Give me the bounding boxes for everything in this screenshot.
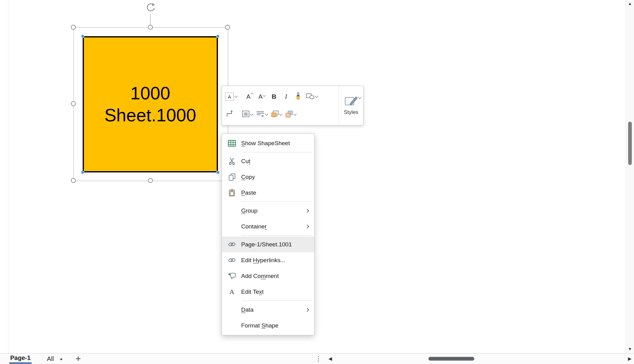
- menu-item-label: Edit Text: [241, 288, 264, 295]
- chevron-down-icon: [315, 94, 318, 98]
- italic-button[interactable]: I: [281, 89, 291, 104]
- fill-button[interactable]: [271, 107, 283, 122]
- shrink-font-icon: A: [258, 93, 265, 100]
- menu-separator: [242, 202, 312, 202]
- styles-button[interactable]: Styles: [339, 86, 363, 125]
- scroll-left-icon[interactable]: ◀: [328, 356, 332, 362]
- scroll-down-icon[interactable]: ▼: [626, 347, 634, 351]
- hyperlink-icon: [225, 242, 239, 247]
- hyperlink-icon: [225, 258, 239, 263]
- submenu-chevron-icon: [306, 209, 309, 213]
- horizontal-scrollbar[interactable]: [336, 357, 626, 361]
- menu-item-label: Paste: [241, 189, 256, 196]
- selection-handle-bottom-left[interactable]: [71, 178, 76, 183]
- menu-item-label: Show ShapeSheet: [241, 140, 290, 147]
- chevron-down-icon: [234, 94, 237, 98]
- menu-item-show-shapesheet[interactable]: Show ShapeSheet: [222, 135, 314, 151]
- vertical-scrollbar-thumb[interactable]: [628, 122, 632, 165]
- chevron-down-icon: [293, 112, 297, 115]
- paste-icon: [225, 189, 239, 197]
- chevron-down-icon: [265, 112, 268, 115]
- edit-text-icon: A: [225, 288, 239, 296]
- selection-handle-middle-left[interactable]: [71, 101, 76, 106]
- shape-text-line1: 1000: [130, 82, 170, 104]
- add-page-button[interactable]: +: [76, 354, 81, 363]
- scroll-right-icon[interactable]: ▶: [628, 356, 632, 362]
- format-toolbar-row-1: A A A B I: [224, 88, 338, 105]
- pages-filter-all[interactable]: All: [47, 355, 54, 362]
- paragraph-icon: [256, 111, 264, 118]
- selection-handle-bottom-middle[interactable]: [148, 178, 153, 183]
- menu-item-format-shape[interactable]: Format Shape: [222, 318, 314, 333]
- scroll-up-icon[interactable]: ▲: [626, 1, 634, 6]
- more-options-icon[interactable]: ⋮: [315, 355, 322, 362]
- paragraph-button[interactable]: [256, 107, 268, 122]
- chevron-down-icon: [279, 112, 282, 115]
- menu-item-label: Data: [241, 306, 254, 313]
- align-text-button[interactable]: [241, 107, 254, 122]
- context-menu: Show ShapeSheet Cut Copy: [222, 133, 315, 335]
- text-block-icon: A: [225, 93, 234, 101]
- submenu-chevron-icon: [306, 308, 309, 312]
- menu-item-label: Copy: [241, 174, 255, 180]
- grow-font-icon: A: [246, 93, 253, 100]
- arrange-button[interactable]: [285, 107, 297, 122]
- selection-handle-top-middle[interactable]: [148, 25, 153, 30]
- menu-item-label: Page-1/Sheet.1001: [241, 241, 292, 248]
- grow-font-button[interactable]: A: [245, 89, 255, 104]
- shape-corner-node: [81, 171, 84, 174]
- format-toolbar-row-2: [224, 106, 338, 123]
- connector-icon: [226, 110, 233, 119]
- menu-item-hyperlink-page1-sheet1001[interactable]: Page-1/Sheet.1001: [222, 236, 314, 252]
- page-tab-page1[interactable]: Page-1: [9, 354, 32, 364]
- horizontal-scrollbar-thumb[interactable]: [428, 357, 474, 361]
- submenu-chevron-icon: [306, 224, 309, 229]
- menu-item-group[interactable]: Group: [222, 203, 314, 219]
- menu-item-data[interactable]: Data: [222, 302, 314, 318]
- menu-item-edit-text[interactable]: A Edit Text: [222, 284, 314, 300]
- menu-item-label: Add Comment: [241, 273, 279, 280]
- menu-separator: [242, 235, 312, 236]
- shapesheet-icon: [225, 140, 239, 147]
- shrink-font-button[interactable]: A: [257, 89, 267, 104]
- format-painter-button[interactable]: [293, 89, 303, 104]
- rotation-handle-stem: [150, 14, 151, 25]
- page-list-caret-icon[interactable]: ▲: [59, 357, 63, 361]
- align-text-icon: [242, 110, 250, 118]
- fill-icon: [271, 110, 279, 119]
- shape-corner-node: [81, 35, 84, 38]
- selected-shape[interactable]: 1000 Sheet.1000: [83, 36, 218, 172]
- arrange-icon: [285, 110, 293, 119]
- menu-item-paste[interactable]: Paste: [222, 185, 314, 201]
- menu-item-label: Format Shape: [241, 322, 278, 329]
- menu-item-add-comment[interactable]: Add Comment: [222, 268, 314, 284]
- italic-icon: I: [285, 93, 287, 101]
- menu-item-copy[interactable]: Copy: [222, 169, 314, 185]
- menu-item-cut[interactable]: Cut: [222, 153, 314, 169]
- rotation-handle-icon[interactable]: [145, 2, 156, 14]
- menu-item-label: Group: [241, 207, 258, 214]
- shape-corner-node: [216, 35, 219, 38]
- change-shape-button[interactable]: [305, 89, 319, 104]
- text-block-button[interactable]: A: [224, 89, 238, 104]
- menu-item-label: Cut: [241, 158, 250, 165]
- visio-canvas: 1000 Sheet.1000 A A: [0, 0, 634, 364]
- menu-separator: [242, 152, 312, 152]
- menu-item-edit-hyperlinks[interactable]: Edit Hyperlinks...: [222, 252, 314, 268]
- selection-handle-top-left[interactable]: [71, 25, 76, 30]
- styles-icon: [344, 96, 358, 108]
- connector-button[interactable]: [224, 107, 234, 122]
- page-left-edge: [8, 0, 8, 353]
- format-toolbar-buttons: A A A B I: [222, 86, 339, 125]
- scissors-icon: [225, 158, 239, 165]
- chevron-down-icon: [358, 95, 361, 99]
- format-painter-icon: [295, 92, 302, 101]
- bold-button[interactable]: B: [269, 89, 279, 104]
- menu-separator: [242, 301, 312, 301]
- selection-handle-top-right[interactable]: [225, 25, 230, 30]
- floating-format-toolbar: A A A B I: [222, 86, 363, 125]
- chevron-down-icon: [250, 112, 253, 115]
- vertical-scrollbar[interactable]: ▲ ▼: [626, 0, 634, 353]
- menu-item-container[interactable]: Container: [222, 219, 314, 234]
- shape-outline-icon: [306, 93, 315, 101]
